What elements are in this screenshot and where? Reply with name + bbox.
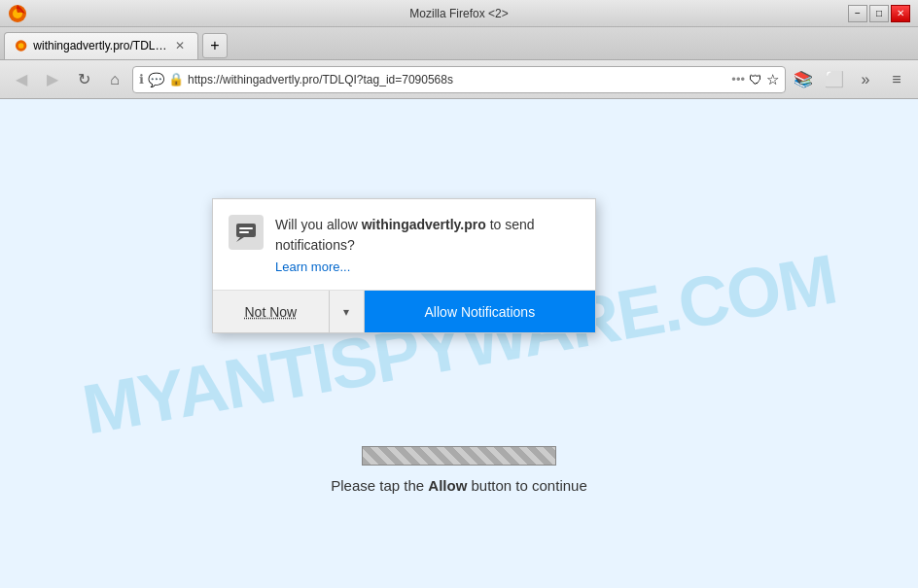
lock-icon: 🔒: [168, 72, 184, 86]
notif-prefix: Will you allow: [275, 217, 362, 232]
home-icon: ⌂: [110, 71, 120, 88]
titlebar-left: [8, 4, 27, 23]
synced-tabs-button[interactable]: ⬜: [821, 66, 848, 93]
back-icon: ◀: [16, 70, 27, 88]
tracking-protection-icon[interactable]: 🛡: [749, 72, 762, 87]
url-input[interactable]: [188, 73, 727, 86]
instruction-allow-bold: Allow: [428, 477, 467, 494]
svg-rect-6: [239, 227, 253, 229]
address-bar[interactable]: ℹ 💬 🔒 ••• 🛡 ☆: [132, 66, 786, 93]
close-button[interactable]: ✕: [891, 5, 910, 22]
maximize-button[interactable]: □: [869, 5, 889, 22]
synced-tabs-icon: ⬜: [825, 70, 844, 88]
tab-favicon-icon: [15, 39, 27, 52]
svg-rect-7: [239, 231, 249, 233]
chat-icon: 💬: [148, 72, 164, 87]
page-content: MYANTISPYWARE.COM Will you allow withing…: [0, 99, 918, 588]
hamburger-icon: ≡: [892, 71, 900, 88]
allow-notifications-button[interactable]: Allow Notifications: [365, 291, 595, 332]
dropdown-chevron-icon: ▾: [343, 305, 349, 319]
not-now-dropdown-button[interactable]: ▾: [330, 291, 365, 332]
not-now-button[interactable]: Not Now: [213, 291, 330, 332]
new-tab-button[interactable]: +: [202, 33, 228, 58]
instruction-prefix: Please tap the: [331, 477, 428, 494]
titlebar: Mozilla Firefox <2> − □ ✕: [0, 0, 918, 27]
forward-button[interactable]: ▶: [39, 66, 66, 93]
notification-popup: Will you allow withingadvertly.pro to se…: [212, 198, 596, 333]
svg-rect-4: [236, 224, 256, 237]
security-info-icon[interactable]: ℹ: [139, 72, 144, 86]
tab-close-button[interactable]: ✕: [173, 38, 188, 53]
notif-domain: withingadvertly.pro: [362, 217, 486, 232]
progress-bar-container: [362, 446, 556, 466]
toolbar: ◀ ▶ ↻ ⌂ ℹ 💬 🔒 ••• 🛡 ☆ 📚 ⬜ » ≡: [0, 60, 918, 99]
svg-marker-5: [236, 237, 244, 242]
library-icon: 📚: [794, 70, 813, 88]
notification-chat-icon: [229, 215, 264, 250]
reload-icon: ↻: [78, 70, 90, 88]
forward-icon: ▶: [47, 70, 58, 88]
titlebar-title: Mozilla Firefox <2>: [409, 7, 508, 20]
page-instruction: Please tap the Allow button to continue: [331, 477, 587, 494]
notification-actions: Not Now ▾ Allow Notifications: [213, 290, 595, 332]
notification-question: Will you allow withingadvertly.pro to se…: [275, 215, 580, 256]
bookmark-star-icon[interactable]: ☆: [766, 71, 779, 88]
instruction-suffix: button to continue: [467, 477, 586, 494]
active-tab[interactable]: withingadvertly.pro/TDLQI? ✕: [4, 32, 198, 59]
extensions-icon: »: [862, 71, 870, 88]
tab-label: withingadvertly.pro/TDLQI?: [33, 39, 166, 52]
progress-bar: [362, 446, 556, 466]
svg-point-3: [18, 43, 24, 49]
firefox-logo-icon: [8, 4, 27, 23]
titlebar-controls[interactable]: − □ ✕: [848, 5, 910, 22]
learn-more-link[interactable]: Learn more...: [275, 259, 580, 274]
notification-body: Will you allow withingadvertly.pro to se…: [213, 199, 595, 290]
tabbar: withingadvertly.pro/TDLQI? ✕ +: [0, 27, 918, 60]
extensions-button[interactable]: »: [852, 66, 879, 93]
reload-button[interactable]: ↻: [70, 66, 97, 93]
home-button[interactable]: ⌂: [101, 66, 128, 93]
notification-text-area: Will you allow withingadvertly.pro to se…: [275, 215, 580, 274]
address-icons: ••• 🛡 ☆: [731, 71, 779, 88]
minimize-button[interactable]: −: [848, 5, 867, 22]
toolbar-right: 📚 ⬜ » ≡: [790, 66, 910, 93]
menu-button[interactable]: ≡: [883, 66, 910, 93]
more-options-icon[interactable]: •••: [731, 72, 745, 86]
library-button[interactable]: 📚: [790, 66, 817, 93]
back-button[interactable]: ◀: [8, 66, 35, 93]
